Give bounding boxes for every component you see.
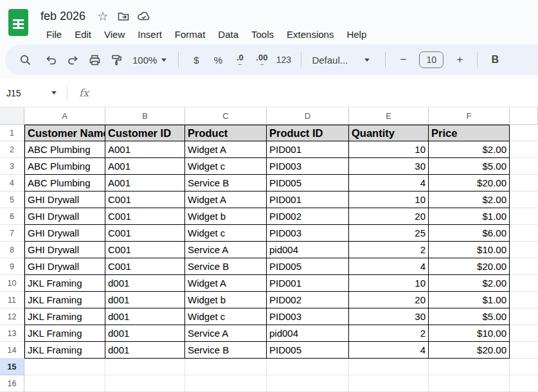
- sheets-logo-icon[interactable]: [8, 8, 29, 37]
- cell-C6[interactable]: Widget b: [185, 208, 267, 225]
- cell-E8[interactable]: 2: [349, 242, 429, 258]
- row-header-3[interactable]: 3: [0, 158, 24, 175]
- row-header-14[interactable]: 14: [0, 342, 24, 359]
- cell-D3[interactable]: PID003: [267, 158, 349, 175]
- menu-extensions[interactable]: Extensions: [281, 27, 339, 42]
- column-header-E[interactable]: E: [349, 107, 429, 125]
- cell-A8[interactable]: GHI Drywall: [24, 242, 105, 258]
- cell-B16[interactable]: [105, 375, 185, 392]
- more-formats-button[interactable]: 123: [273, 49, 294, 71]
- cell-E2[interactable]: 10: [349, 141, 429, 158]
- cell-D9[interactable]: PID005: [267, 258, 349, 275]
- cell-F6[interactable]: $1.00: [429, 208, 510, 225]
- cell-B5[interactable]: C001: [105, 192, 185, 208]
- cloud-saved-icon[interactable]: [136, 8, 152, 24]
- row-header-6[interactable]: 6: [0, 208, 24, 225]
- cell-F3[interactable]: $5.00: [429, 158, 510, 175]
- cell-C13[interactable]: Service A: [185, 325, 267, 342]
- cell-F12[interactable]: $5.00: [429, 308, 510, 325]
- column-header-B[interactable]: B: [105, 107, 185, 125]
- row-header-15[interactable]: 15: [0, 359, 24, 375]
- menu-format[interactable]: Format: [169, 27, 211, 42]
- cell-B13[interactable]: d001: [105, 325, 185, 342]
- column-header-C[interactable]: C: [185, 107, 267, 125]
- cell-D5[interactable]: PID001: [267, 192, 349, 208]
- search-icon[interactable]: [14, 49, 36, 71]
- cell-D13[interactable]: pid004: [267, 325, 349, 342]
- cell-F7[interactable]: $6.00: [429, 225, 510, 242]
- cell-B10[interactable]: d001: [105, 275, 185, 292]
- cell-G14[interactable]: [510, 342, 538, 359]
- cell-A10[interactable]: JKL Framing: [24, 275, 105, 292]
- format-percent-button[interactable]: %: [207, 49, 229, 71]
- cell-E14[interactable]: 4: [349, 342, 429, 359]
- cell-A6[interactable]: GHI Drywall: [24, 208, 105, 225]
- cell-D8[interactable]: pid004: [267, 242, 349, 258]
- cell-C9[interactable]: Service B: [185, 258, 267, 275]
- cell-F10[interactable]: $2.00: [429, 275, 510, 292]
- column-header-F[interactable]: F: [429, 107, 510, 125]
- cell-B7[interactable]: C001: [105, 225, 185, 242]
- cell-C2[interactable]: Widget A: [185, 141, 267, 158]
- row-header-4[interactable]: 4: [0, 175, 24, 192]
- cell-E16[interactable]: [349, 375, 429, 392]
- redo-icon[interactable]: [62, 49, 84, 71]
- cell-D2[interactable]: PID001: [267, 141, 349, 158]
- cell-G13[interactable]: [510, 325, 538, 342]
- decrease-font-size-button[interactable]: −: [392, 49, 414, 71]
- cell-G2[interactable]: [510, 141, 538, 158]
- paint-format-icon[interactable]: [105, 49, 127, 71]
- cell-A2[interactable]: ABC Plumbing: [24, 141, 105, 158]
- row-header-11[interactable]: 11: [0, 292, 24, 308]
- name-box[interactable]: J15: [0, 88, 62, 98]
- cell-A4[interactable]: ABC Plumbing: [24, 175, 105, 192]
- cell-E10[interactable]: 10: [349, 275, 429, 292]
- cell-E11[interactable]: 20: [349, 292, 429, 308]
- cell-F1[interactable]: Price: [429, 125, 510, 141]
- format-currency-button[interactable]: $: [185, 49, 207, 71]
- cell-F2[interactable]: $2.00: [429, 141, 510, 158]
- cell-E6[interactable]: 20: [349, 208, 429, 225]
- cell-B4[interactable]: A001: [105, 175, 185, 192]
- cell-G4[interactable]: [510, 175, 538, 192]
- cell-D4[interactable]: PID005: [267, 175, 349, 192]
- row-header-12[interactable]: 12: [0, 308, 24, 325]
- cell-F14[interactable]: $20.00: [429, 342, 510, 359]
- cell-F16[interactable]: [429, 375, 510, 392]
- cell-C10[interactable]: Widget A: [185, 275, 267, 292]
- menu-insert[interactable]: Insert: [132, 27, 168, 42]
- cell-B9[interactable]: C001: [105, 258, 185, 275]
- cell-F11[interactable]: $1.00: [429, 292, 510, 308]
- row-header-8[interactable]: 8: [0, 242, 24, 258]
- row-header-9[interactable]: 9: [0, 258, 24, 275]
- menu-help[interactable]: Help: [341, 27, 372, 42]
- cell-F5[interactable]: $2.00: [429, 192, 510, 208]
- cell-B3[interactable]: A001: [105, 158, 185, 175]
- cell-D15[interactable]: [267, 359, 349, 375]
- row-header-10[interactable]: 10: [0, 275, 24, 292]
- cell-C8[interactable]: Service A: [185, 242, 267, 258]
- cell-E15[interactable]: [349, 359, 429, 375]
- document-title[interactable]: feb 2026: [40, 10, 85, 23]
- cell-C7[interactable]: Widget c: [185, 225, 267, 242]
- cell-C16[interactable]: [185, 375, 267, 392]
- menu-data[interactable]: Data: [212, 27, 244, 42]
- row-header-1[interactable]: 1: [0, 125, 24, 141]
- print-icon[interactable]: [84, 49, 105, 71]
- cell-A16[interactable]: [24, 375, 105, 392]
- move-to-folder-icon[interactable]: [115, 8, 132, 24]
- cell-F13[interactable]: $10.00: [429, 325, 510, 342]
- column-header-partial[interactable]: [510, 107, 538, 125]
- zoom-select[interactable]: 100%: [127, 55, 172, 66]
- cell-G16[interactable]: [510, 375, 538, 392]
- cell-F15[interactable]: [429, 359, 510, 375]
- cell-A1[interactable]: Customer Name: [24, 125, 105, 141]
- cell-B12[interactable]: d001: [105, 308, 185, 325]
- cell-A3[interactable]: ABC Plumbing: [24, 158, 105, 175]
- cell-D6[interactable]: PID002: [267, 208, 349, 225]
- cell-D7[interactable]: PID003: [267, 225, 349, 242]
- cell-A12[interactable]: JKL Framing: [24, 308, 105, 325]
- cell-F4[interactable]: $20.00: [429, 175, 510, 192]
- cell-G6[interactable]: [510, 208, 538, 225]
- cell-E4[interactable]: 4: [349, 175, 429, 192]
